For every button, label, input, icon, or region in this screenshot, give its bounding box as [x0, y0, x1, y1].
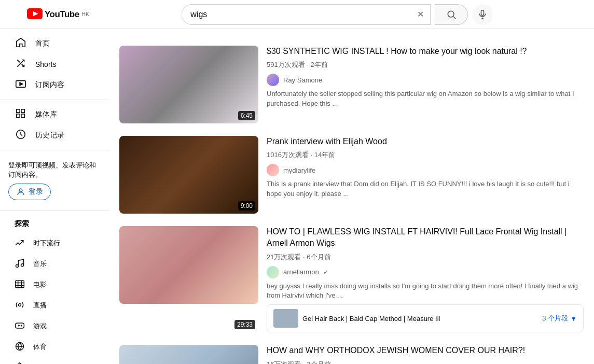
divider-2 — [0, 150, 109, 150]
svg-marker-8 — [20, 82, 23, 86]
explore-section-label: 探索 — [0, 215, 109, 233]
svg-line-3 — [453, 16, 456, 19]
video-title[interactable]: HOW and WHY ORTHODOX JEWISH WOMEN COVER … — [267, 345, 584, 356]
svg-point-26 — [21, 325, 22, 326]
svg-rect-12 — [21, 114, 24, 117]
library-label: 媒体库 — [35, 110, 57, 119]
live-icon — [15, 300, 25, 312]
home-icon — [15, 37, 27, 51]
channel-name[interactable]: arnellarmon — [283, 268, 319, 276]
thumbnail — [119, 46, 258, 123]
login-text: 登录即可顶视频、发表评论和订阅内容。 — [8, 161, 96, 178]
video-item: 9:00Prank interview with Elijah Wood1016… — [119, 130, 584, 220]
verified-icon: ✓ — [323, 269, 328, 276]
search-input[interactable] — [182, 10, 411, 19]
duration-badge: 9:00 — [238, 201, 255, 211]
thumbnail-wrap[interactable]: 13:06 — [119, 345, 258, 364]
sidebar-item-movies[interactable]: 电影 — [4, 274, 105, 295]
divider-3 — [0, 211, 109, 211]
channel-name[interactable]: Ray Samone — [283, 76, 322, 84]
video-meta: 1016万次观看 · 14年前 — [267, 150, 584, 160]
movies-icon — [15, 279, 25, 291]
playlist-preview[interactable]: Gel Hair Back | Bald Cap Method | Measur… — [267, 304, 584, 332]
svg-point-15 — [16, 264, 19, 267]
sports-icon — [15, 341, 25, 353]
channel-name[interactable]: mydiarylife — [283, 166, 315, 174]
channel-row: mydiarylife — [267, 164, 584, 176]
mic-button[interactable] — [472, 4, 493, 25]
playlist-info: Gel Hair Back | Bald Cap Method | Measur… — [302, 315, 538, 323]
playlist-count[interactable]: 3 个片段 ▼ — [542, 314, 577, 323]
thumbnail — [119, 136, 258, 214]
menu-button[interactable] — [8, 11, 19, 18]
sidebar-item-shorts[interactable]: Shorts — [4, 54, 105, 75]
video-list: 6:45$30 SYNTHETIC WIG INSTALL ! How to m… — [119, 39, 584, 364]
main-content: 6:45$30 SYNTHETIC WIG INSTALL ! How to m… — [109, 29, 594, 364]
thumbnail — [119, 226, 258, 304]
channel-avatar — [267, 74, 279, 86]
search-clear-button[interactable]: ✕ — [411, 9, 430, 19]
svg-point-22 — [19, 303, 21, 306]
video-title[interactable]: $30 SYNTHETIC WIG INSTALL ! How to make … — [267, 46, 584, 57]
channel-row: arnellarmon ✓ — [267, 266, 584, 278]
svg-rect-10 — [17, 114, 20, 117]
youtube-icon — [27, 7, 43, 22]
sidebar-item-trending[interactable]: 时下流行 — [4, 233, 105, 254]
gaming-label: 游戏 — [33, 321, 47, 331]
sign-in-button[interactable]: 登录 — [8, 184, 51, 200]
header: YouTube HK ✕ — [0, 0, 594, 29]
sidebar-item-subscriptions[interactable]: 订阅内容 — [4, 75, 105, 95]
live-label: 直播 — [33, 301, 47, 310]
sidebar-item-live[interactable]: 直播 — [4, 295, 105, 316]
youtube-logo[interactable]: YouTube HK — [27, 7, 89, 22]
sidebar-item-sports[interactable]: 体育 — [4, 337, 105, 357]
gaming-icon — [15, 320, 25, 332]
video-info: Prank interview with Elijah Wood1016万次观看… — [267, 136, 584, 214]
svg-point-2 — [448, 11, 454, 17]
movies-label: 电影 — [33, 280, 47, 289]
svg-rect-9 — [17, 109, 20, 112]
sidebar: 首页 Shorts 订阅内容 媒体库 历史记录 登录即可顶视频、发表评论和订阅内… — [0, 29, 109, 364]
duration-badge: 29:33 — [234, 320, 255, 329]
video-title[interactable]: Prank interview with Elijah Wood — [267, 136, 584, 147]
sidebar-item-history[interactable]: 历史记录 — [4, 125, 105, 146]
video-title[interactable]: HOW TO | FLAWLESS WIG INSTALL FT HAIRVIV… — [267, 226, 584, 249]
sidebar-item-music[interactable]: 音乐 — [4, 254, 105, 274]
sidebar-item-fashion[interactable]: 时尚和美容 — [4, 357, 105, 364]
subscriptions-icon — [15, 78, 27, 92]
video-description: Unfortunately the seller stopped selling… — [267, 89, 584, 108]
thumbnail — [119, 345, 258, 364]
sidebar-item-library[interactable]: 媒体库 — [4, 104, 105, 125]
video-item: 6:45$30 SYNTHETIC WIG INSTALL ! How to m… — [119, 39, 584, 130]
login-prompt: 登录即可顶视频、发表评论和订阅内容。 登录 — [0, 155, 109, 206]
logo-region: HK — [82, 11, 89, 17]
video-info: HOW and WHY ORTHODOX JEWISH WOMEN COVER … — [267, 345, 584, 364]
thumbnail-wrap[interactable]: 9:00 — [119, 136, 258, 214]
channel-avatar — [267, 266, 279, 278]
sidebar-item-home[interactable]: 首页 — [4, 33, 105, 54]
library-icon — [15, 108, 27, 122]
search-box: ✕ — [182, 4, 431, 25]
duration-badge: 6:45 — [238, 111, 255, 120]
video-description: This is a prank interview that Dom did o… — [267, 179, 584, 198]
channel-avatar — [267, 164, 279, 176]
fashion-icon — [15, 362, 25, 364]
svg-rect-4 — [481, 10, 484, 15]
music-icon — [15, 258, 25, 270]
header-center: ✕ — [89, 4, 586, 25]
sidebar-item-gaming[interactable]: 游戏 — [4, 316, 105, 337]
divider-1 — [0, 100, 109, 100]
video-item: 29:33HOW TO | FLAWLESS WIG INSTALL FT HA… — [119, 220, 584, 339]
thumbnail-wrap[interactable]: 29:33 — [119, 226, 258, 332]
video-info: $30 SYNTHETIC WIG INSTALL ! How to make … — [267, 46, 584, 123]
channel-row: Ray Samone — [267, 74, 584, 86]
subscriptions-label: 订阅内容 — [35, 80, 64, 90]
video-item: 13:06HOW and WHY ORTHODOX JEWISH WOMEN C… — [119, 339, 584, 364]
search-button[interactable] — [435, 4, 468, 25]
trending-label: 时下流行 — [33, 239, 60, 248]
thumbnail-wrap[interactable]: 6:45 — [119, 46, 258, 123]
history-label: 历史记录 — [35, 131, 64, 140]
playlist-thumbnail — [273, 309, 298, 328]
home-label: 首页 — [35, 39, 50, 48]
video-meta: 16万次观看 · 2个月前 — [267, 360, 584, 364]
